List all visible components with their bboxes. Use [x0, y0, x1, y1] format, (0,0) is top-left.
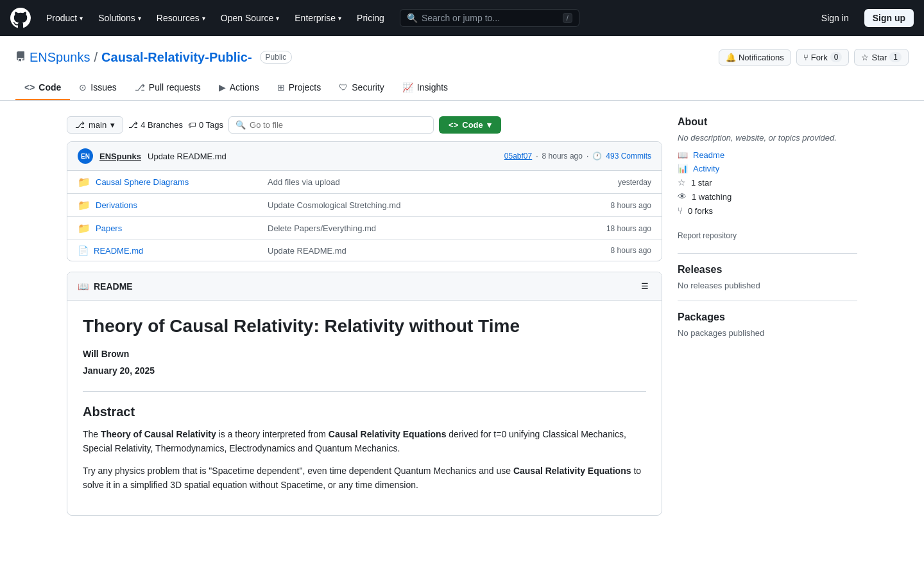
readme-date: January 20, 2025 — [83, 363, 646, 378]
breadcrumb: ENSpunks / Causal-Relativity-Public- Pub… — [15, 44, 909, 71]
nav-open-source[interactable]: Open Source ▾ — [216, 9, 285, 27]
bell-icon: 🔔 — [726, 53, 736, 62]
stars-stat: ☆ 1 star — [678, 177, 857, 188]
notifications-button[interactable]: 🔔 Notifications — [719, 49, 791, 66]
branch-icon: ⎇ — [75, 120, 85, 130]
sign-up-button[interactable]: Sign up — [864, 9, 914, 27]
commit-meta: 05abf07 · 8 hours ago · 🕐 493 Commits — [504, 152, 651, 161]
tag-icon: 🏷 — [188, 120, 196, 130]
owner-link[interactable]: ENSpunks — [30, 50, 90, 65]
book-icon: 📖 — [78, 281, 89, 292]
nav-solutions[interactable]: Solutions ▾ — [93, 9, 146, 27]
file-area: ⎇ main ▾ ⎇ 4 Branches 🏷 0 Tags 🔍 <> Code… — [67, 116, 662, 516]
commit-hash-link[interactable]: 05abf07 — [504, 152, 532, 161]
avatar: EN — [78, 148, 93, 164]
activity-sidebar-link[interactable]: 📊 Activity — [678, 164, 857, 173]
repo-tabs: <> Code ⊙ Issues ⎇ Pull requests ▶ Actio… — [15, 76, 909, 100]
activity-icon: 📊 — [678, 164, 688, 173]
commits-count-link[interactable]: 493 Commits — [606, 152, 651, 161]
nav-enterprise[interactable]: Enterprise ▾ — [289, 9, 346, 27]
about-section: About No description, website, or topics… — [678, 116, 857, 240]
star-icon: ☆ — [678, 177, 686, 188]
section-divider — [678, 253, 857, 254]
watching-stat: 👁 1 watching — [678, 191, 857, 202]
folder-link[interactable]: 📁 Causal Sphere Diagrams — [78, 176, 257, 188]
nav-product[interactable]: Product ▾ — [41, 9, 88, 27]
folder-link[interactable]: 📁 Papers — [78, 222, 257, 234]
report-repository-link[interactable]: Report repository — [678, 231, 737, 240]
readme-box: 📖 README ☰ Theory of Causal Relativity: … — [67, 272, 662, 516]
star-button[interactable]: ☆ Star 1 — [854, 49, 909, 66]
tab-issues[interactable]: ⊙ Issues — [70, 76, 125, 100]
search-icon: 🔍 — [407, 13, 418, 23]
chevron-down-icon: ▾ — [338, 15, 341, 22]
about-heading: About — [678, 116, 857, 128]
go-to-file-area: 🔍 — [228, 116, 434, 134]
forks-stat: ⑂ 0 forks — [678, 206, 857, 216]
readme-heading: Theory of Causal Relativity: Relativity … — [83, 316, 646, 337]
commit-dot-separator: · — [536, 152, 538, 161]
github-logo[interactable] — [10, 8, 31, 28]
eye-icon: 👁 — [678, 191, 687, 202]
projects-icon: ⊞ — [277, 82, 285, 92]
commit-info-row: EN ENSpunks Update README.md 05abf07 · 8… — [67, 142, 662, 171]
chevron-down-icon: ▾ — [487, 120, 492, 130]
file-row: 📁 Derivations Update Cosmological Stretc… — [67, 194, 662, 217]
file-link[interactable]: 📄 README.md — [78, 245, 257, 256]
file-row: 📄 README.md Update README.md 8 hours ago — [67, 240, 662, 261]
releases-section: Releases No releases published — [678, 264, 857, 290]
issues-icon: ⊙ — [79, 82, 87, 92]
nav-pricing[interactable]: Pricing — [352, 9, 389, 27]
packages-heading: Packages — [678, 311, 857, 323]
chevron-down-icon: ▾ — [276, 15, 279, 22]
fork-button[interactable]: ⑂ Fork 0 — [796, 49, 850, 66]
code-icon: <> — [449, 120, 458, 130]
search-area: 🔍 / — [400, 9, 579, 27]
repo-name-link[interactable]: Causal-Relativity-Public- — [101, 50, 252, 65]
branch-selector[interactable]: ⎇ main ▾ — [67, 116, 123, 134]
readme-header: 📖 README ☰ — [67, 272, 662, 301]
branches-link[interactable]: ⎇ 4 Branches — [128, 120, 183, 130]
tab-actions[interactable]: ▶ Actions — [210, 76, 268, 100]
tab-code[interactable]: <> Code — [15, 76, 70, 100]
readme-sidebar-link[interactable]: 📖 Readme — [678, 150, 857, 160]
nav-right-actions: Sign in Sign up — [814, 9, 914, 27]
search-icon: 🔍 — [235, 120, 246, 130]
repo-header: ENSpunks / Causal-Relativity-Public- Pub… — [0, 36, 924, 101]
no-releases-text: No releases published — [678, 281, 857, 290]
actions-icon: ▶ — [219, 82, 226, 92]
folder-icon: 📁 — [78, 222, 90, 234]
commit-author-link[interactable]: ENSpunks — [99, 152, 141, 161]
list-icon: ☰ — [641, 281, 649, 291]
readme-author: Will Brown — [83, 347, 646, 361]
toolbar: ⎇ main ▾ ⎇ 4 Branches 🏷 0 Tags 🔍 <> Code… — [67, 116, 662, 134]
file-row: 📁 Causal Sphere Diagrams Add files via u… — [67, 171, 662, 194]
packages-section: Packages No packages published — [678, 311, 857, 338]
security-icon: 🛡 — [339, 82, 348, 92]
go-to-file-input[interactable] — [250, 120, 427, 130]
sidebar: About No description, website, or topics… — [678, 116, 857, 516]
star-icon: ☆ — [861, 53, 869, 62]
folder-link[interactable]: 📁 Derivations — [78, 199, 257, 211]
tags-link[interactable]: 🏷 0 Tags — [188, 120, 223, 130]
tab-insights[interactable]: 📈 Insights — [393, 76, 457, 100]
file-commit-message: Update Cosmological Stretching.md — [268, 200, 601, 210]
code-dropdown-button[interactable]: <> Code ▾ — [439, 116, 501, 134]
file-commit-message: Delete Papers/Everything.md — [268, 223, 596, 233]
search-input[interactable] — [422, 13, 559, 23]
commit-dot-separator2: · — [586, 152, 588, 161]
sign-in-button[interactable]: Sign in — [814, 10, 857, 26]
tab-security[interactable]: 🛡 Security — [330, 76, 393, 100]
history-icon: 🕐 — [592, 152, 602, 161]
pr-icon: ⎇ — [135, 82, 145, 92]
readme-options-button[interactable]: ☰ — [638, 279, 651, 293]
breadcrumb-separator: / — [94, 50, 98, 65]
tab-pull-requests[interactable]: ⎇ Pull requests — [126, 76, 210, 100]
main-content: ⎇ main ▾ ⎇ 4 Branches 🏷 0 Tags 🔍 <> Code… — [51, 101, 873, 531]
file-icon: 📄 — [78, 245, 89, 256]
commit-time: 8 hours ago — [542, 152, 583, 161]
nav-resources[interactable]: Resources ▾ — [151, 9, 210, 27]
about-description: No description, website, or topics provi… — [678, 133, 857, 143]
search-box: 🔍 / — [400, 9, 579, 27]
tab-projects[interactable]: ⊞ Projects — [268, 76, 330, 100]
